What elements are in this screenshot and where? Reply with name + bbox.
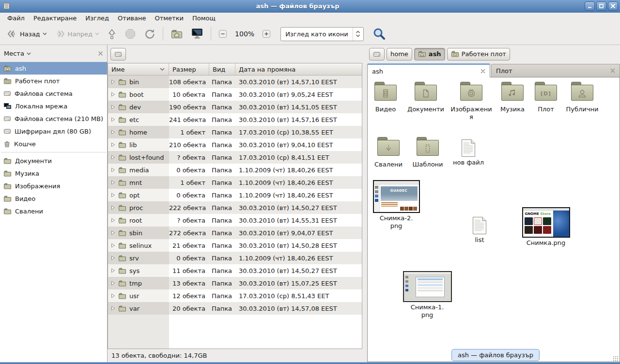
table-row[interactable]: bin108 обектаПапка30.03.2010 (вт) 14,57,… bbox=[108, 76, 362, 88]
table-row[interactable]: opt0 обектаПапка1.10.2009 (чт) 18,40,26 … bbox=[108, 189, 362, 201]
table-row[interactable]: lib210 обектаПапка30.03.2010 (вт) 9,04,1… bbox=[108, 138, 362, 151]
expander-icon[interactable] bbox=[111, 243, 115, 248]
sidebar-item-downloads[interactable]: Свалени bbox=[0, 205, 107, 217]
column-header-1[interactable]: Име bbox=[108, 63, 169, 75]
table-row[interactable]: home1 обектПапка17.03.2010 (ср) 10,38,55… bbox=[108, 126, 362, 138]
tab-close-icon[interactable] bbox=[610, 68, 615, 73]
expander-icon[interactable] bbox=[111, 130, 115, 135]
breadcrumb-root-button[interactable] bbox=[369, 48, 385, 61]
zoom-in-button[interactable] bbox=[259, 28, 274, 40]
forward-button[interactable]: Напред bbox=[52, 28, 102, 40]
back-history-arrow-icon[interactable] bbox=[43, 32, 47, 35]
sidebar-item-encrypted-80gb[interactable]: Шифриран дял (80 GB) bbox=[0, 125, 107, 137]
table-row[interactable]: mnt1 обектПапка1.10.2009 (чт) 18,40,26 E… bbox=[108, 176, 362, 189]
resize-grip[interactable] bbox=[613, 356, 619, 362]
expander-icon[interactable] bbox=[111, 180, 115, 185]
expander-icon[interactable] bbox=[111, 293, 115, 298]
icon-item-documents[interactable]: Документи bbox=[404, 81, 447, 113]
sidebar-item-videos[interactable]: Видео bbox=[0, 192, 107, 205]
window-titlebar[interactable]: ash — файлов браузър bbox=[0, 0, 620, 13]
sidebar-item-network[interactable]: Локална мрежа bbox=[0, 100, 107, 112]
icon-item-list[interactable]: list bbox=[466, 214, 493, 244]
expander-icon[interactable] bbox=[111, 218, 115, 223]
expander-icon[interactable] bbox=[111, 167, 115, 172]
up-button[interactable] bbox=[104, 26, 120, 42]
expander-icon[interactable] bbox=[111, 230, 115, 235]
icon-item-pictures[interactable]: Изображения bbox=[450, 81, 493, 121]
table-row[interactable]: dev190 обектаПапка30.03.2010 (вт) 14,51,… bbox=[108, 101, 362, 113]
sidebar-item-music[interactable]: Музика bbox=[0, 167, 107, 180]
search-button[interactable] bbox=[370, 25, 389, 43]
expander-icon[interactable] bbox=[111, 193, 115, 197]
icon-view[interactable]: ВидеоДокументиИзображенияМузика[D]ПлотПу… bbox=[367, 77, 620, 362]
table-row[interactable]: lost+found? обектаПапка17.03.2010 (ср) 8… bbox=[108, 151, 362, 164]
sidebar-item-filesystem[interactable]: Файлова система bbox=[0, 87, 107, 100]
table-row[interactable]: etc241 обектаПапка30.03.2010 (вт) 14,57,… bbox=[108, 113, 362, 126]
expander-icon[interactable] bbox=[111, 281, 115, 286]
menu-item-go[interactable]: Отиване bbox=[113, 14, 150, 23]
pane-divider[interactable] bbox=[362, 45, 367, 362]
sidebar-item-filesystem-210mb[interactable]: Файлова система (210 MB) bbox=[0, 112, 107, 125]
breadcrumb-desktop-button[interactable]: Работен плот bbox=[447, 48, 510, 61]
table-row[interactable]: boot10 обектаПапка30.03.2010 (вт) 9,05,2… bbox=[108, 88, 362, 101]
table-row[interactable]: proc222 обектаПапка30.03.2010 (вт) 14,50… bbox=[108, 201, 362, 214]
back-button[interactable]: Назад bbox=[4, 28, 50, 40]
expander-icon[interactable] bbox=[111, 142, 115, 147]
maximize-button[interactable] bbox=[596, 1, 606, 11]
expander-icon[interactable] bbox=[111, 79, 115, 84]
sidebar-item-trash[interactable]: Кошче bbox=[0, 137, 107, 150]
icon-item-snimka[interactable]: GNOME StoreСнимка.png bbox=[521, 207, 571, 247]
column-header-3[interactable]: Вид bbox=[209, 63, 235, 75]
reload-button[interactable] bbox=[141, 26, 158, 42]
tab-plot[interactable]: Плот bbox=[491, 64, 620, 77]
icon-item-snimka-2[interactable]: GUADECСнимка-2.png bbox=[372, 180, 421, 230]
menu-item-file[interactable]: Файл bbox=[3, 14, 29, 23]
table-row[interactable]: srv0 обектаПапка1.10.2009 (чт) 18,40,26 … bbox=[108, 252, 362, 264]
expander-icon[interactable] bbox=[111, 256, 115, 260]
expander-icon[interactable] bbox=[111, 205, 115, 210]
table-row[interactable]: var20 обектаПапка30.03.2010 (вт) 14,57,0… bbox=[108, 302, 362, 315]
root-breadcrumb-button[interactable] bbox=[110, 48, 126, 61]
expander-icon[interactable] bbox=[111, 268, 115, 273]
expander-icon[interactable] bbox=[111, 306, 115, 311]
expander-icon[interactable] bbox=[111, 105, 115, 109]
menu-item-bookmarks[interactable]: Отметки bbox=[150, 14, 187, 23]
menu-item-help[interactable]: Помощ bbox=[188, 14, 220, 23]
expander-icon[interactable] bbox=[111, 155, 115, 160]
menu-item-view[interactable]: Изглед bbox=[81, 14, 113, 23]
table-row[interactable]: root? обектаПапка30.03.2010 (вт) 14,55,3… bbox=[108, 214, 362, 227]
sidebar-item-desktop[interactable]: Работен плот bbox=[0, 75, 107, 87]
expander-icon[interactable] bbox=[111, 92, 115, 97]
view-mode-select[interactable]: Изглед като икони bbox=[280, 27, 364, 41]
table-row[interactable]: media0 обектаПапка1.10.2009 (чт) 18,40,2… bbox=[108, 164, 362, 176]
places-selector[interactable]: Места bbox=[4, 50, 98, 57]
icon-item-desktop[interactable]: [D]Плот bbox=[531, 81, 560, 113]
menu-item-edit[interactable]: Редактиране bbox=[29, 14, 81, 23]
sidebar-item-pictures[interactable]: Изображения bbox=[0, 180, 107, 192]
sidebar-item-home[interactable]: ash bbox=[0, 62, 107, 75]
zoom-out-button[interactable] bbox=[216, 28, 230, 40]
table-row[interactable]: sbin272 обектаПапка30.03.2010 (вт) 9,04,… bbox=[108, 227, 362, 239]
icon-item-snimka-1[interactable]: Снимка-1.png bbox=[402, 271, 453, 319]
tab-close-icon[interactable] bbox=[480, 69, 485, 74]
sidebar-close-button[interactable] bbox=[98, 51, 103, 56]
table-row[interactable]: selinux21 обектаПапка30.03.2010 (вт) 14,… bbox=[108, 239, 362, 252]
breadcrumb-home-button[interactable]: home bbox=[387, 48, 412, 61]
tab-ash[interactable]: ash bbox=[367, 63, 490, 77]
expander-icon[interactable] bbox=[111, 117, 115, 122]
breadcrumb-ash-button[interactable]: ash bbox=[414, 48, 445, 61]
icon-item-music[interactable]: Музика bbox=[496, 81, 529, 113]
sidebar-item-documents[interactable]: Документи bbox=[0, 154, 107, 167]
column-header-2[interactable]: Размер bbox=[169, 63, 209, 75]
computer-button[interactable] bbox=[188, 26, 206, 42]
icon-item-videos[interactable]: Видео bbox=[371, 81, 401, 113]
home-button[interactable] bbox=[168, 27, 186, 41]
icon-item-templates[interactable]: Шаблони bbox=[409, 136, 446, 168]
table-row[interactable]: tmp13 обектаПапка30.03.2010 (вт) 15,07,2… bbox=[108, 277, 362, 289]
table-row[interactable]: usr12 обектаПапка17.03.2010 (ср) 8,51,43… bbox=[108, 289, 362, 302]
close-button[interactable] bbox=[608, 1, 618, 11]
minimize-button[interactable] bbox=[585, 1, 595, 11]
icon-item-new-file[interactable]: нов файл bbox=[450, 136, 487, 167]
icon-item-downloads[interactable]: Свалени bbox=[372, 136, 404, 168]
icon-item-public[interactable]: Публични bbox=[562, 81, 602, 113]
